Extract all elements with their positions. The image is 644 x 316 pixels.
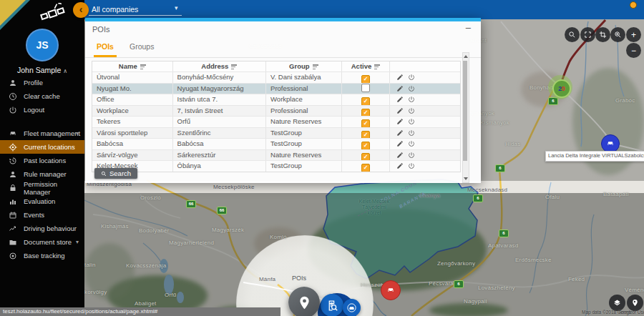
avatar[interactable]: JS (26, 29, 59, 61)
zoom-out-button[interactable]: − (626, 43, 641, 58)
sidebar-item-current-locations[interactable]: Current locations (0, 140, 84, 154)
edit-poi-button[interactable] (396, 85, 404, 92)
cell-actions (390, 128, 460, 139)
toggle-poi-button[interactable] (408, 152, 415, 159)
table-row[interactable]: OfficeIstván utca 7.Workplace✓ (92, 94, 460, 105)
table-row[interactable]: Kelet-MecsekÓbányaTestGroup✓ (92, 160, 460, 172)
sidebar-section-divider (0, 117, 84, 127)
user-name[interactable]: John Sample ∧ (0, 66, 84, 74)
cell-active: ✓ (342, 72, 391, 83)
header-address[interactable]: Address (173, 61, 266, 71)
toggle-poi-button[interactable] (408, 162, 415, 169)
edit-poi-button[interactable] (396, 129, 404, 137)
edit-poi-button[interactable] (396, 74, 404, 81)
sidebar-item-clear-cache[interactable]: Clear cache (0, 89, 84, 103)
poi-search-button[interactable] (321, 294, 343, 316)
zoom-in-button[interactable]: + (626, 27, 641, 42)
cell-group: Nature Reserves (266, 117, 342, 127)
toggle-poi-button[interactable] (408, 118, 415, 125)
active-checkbox[interactable]: ✓ (361, 131, 370, 139)
table-row[interactable]: Workplace7, István StreetProfessional✓ (92, 105, 460, 117)
active-checkbox[interactable]: ✓ (361, 153, 370, 161)
sidebar-item-events[interactable]: Events (0, 208, 84, 222)
chevron-down-icon: ▾ (76, 130, 79, 137)
active-checkbox[interactable] (361, 84, 370, 92)
search-button[interactable]: Search (94, 168, 137, 179)
toggle-poi-button[interactable] (408, 140, 415, 147)
sidebar-item-past-locations[interactable]: Past locations (0, 154, 84, 167)
sidebar-item-label: Profile (24, 79, 43, 87)
minimize-button[interactable]: – (466, 22, 471, 33)
vehicle-marker-red[interactable] (381, 280, 401, 300)
active-checkbox[interactable]: ✓ (361, 119, 370, 127)
edit-poi-button[interactable] (396, 152, 404, 159)
crop-select-button[interactable] (595, 27, 610, 42)
sidebar-item-rule-manager[interactable]: Rule manager (0, 167, 84, 181)
sidebar-item-label: Document store (24, 238, 72, 246)
edit-poi-button[interactable] (396, 140, 404, 147)
scroll-up-arrow[interactable] (464, 55, 468, 58)
map-place-label: Bátaapáti (603, 191, 629, 197)
cell-name: Workplace (92, 106, 173, 117)
sidebar-item-document-store[interactable]: Document store▾ (0, 235, 84, 249)
sort-icon (140, 64, 146, 69)
sidebar-item-evaluation[interactable]: Evaluation (0, 194, 84, 208)
sidebar-item-logout[interactable]: Logout (0, 103, 84, 117)
active-checkbox[interactable]: ✓ (361, 142, 370, 149)
header-group[interactable]: Group (266, 61, 342, 71)
edit-poi-button[interactable] (396, 96, 404, 103)
sidebar-item-base-tracking[interactable]: Base tracking (0, 249, 84, 262)
table-row[interactable]: Sárvíz-völgyeSárkeresztúrNature Reserves… (92, 149, 460, 161)
fullscreen-button[interactable] (580, 27, 595, 42)
map-place-label: Lovászhetény (478, 285, 515, 291)
toggle-poi-button[interactable] (408, 129, 415, 137)
edit-poi-button[interactable] (396, 162, 404, 169)
zoom-area-button[interactable] (610, 27, 625, 42)
dialog-scrollbar[interactable] (462, 52, 469, 183)
table-row[interactable]: BabócsaBabócsaTestGroup✓ (92, 138, 460, 149)
toggle-poi-button[interactable] (408, 107, 415, 114)
tab-pois[interactable]: POIs (94, 39, 117, 57)
active-checkbox[interactable]: ✓ (361, 109, 370, 117)
map-place-label: Kismányok (480, 119, 509, 126)
sidebar-item-permission-manager[interactable]: Permission Manager (0, 181, 84, 194)
toggle-poi-button[interactable] (408, 74, 415, 81)
cell-group: TestGroup (266, 139, 342, 149)
company-selector[interactable]: All companies (92, 5, 138, 14)
cell-name: Office (92, 94, 173, 105)
edit-poi-button[interactable] (396, 118, 404, 125)
tab-groups[interactable]: Groups (127, 39, 157, 55)
sidebar-item-profile[interactable]: Profile (0, 76, 84, 89)
collapse-panel-button[interactable]: ‹ (73, 2, 89, 18)
sidebar-item-label: Driving behaviour (24, 224, 77, 232)
chevron-down-icon[interactable]: ▾ (175, 4, 178, 11)
sidebar-item-fleet-management[interactable]: Fleet management▾ (0, 127, 84, 140)
layers-button[interactable] (609, 295, 625, 311)
table-row[interactable]: Városi sporttelepSzentlőrincTestGroup✓ (92, 127, 460, 139)
toggle-poi-button[interactable] (408, 85, 415, 92)
map-place-label: Magyarhertelend (169, 240, 214, 246)
trend-icon (9, 224, 17, 233)
table-row[interactable]: ÚtvonalBonyhád-MőcsényV. Dani szabálya✓ (92, 71, 460, 83)
power-icon (9, 106, 17, 114)
active-checkbox[interactable]: ✓ (361, 164, 370, 172)
table-row[interactable]: Nyugat Mo.Nyugat MagyarországProfessiona… (92, 83, 460, 94)
my-location-button[interactable] (627, 295, 643, 311)
search-map-button[interactable] (565, 27, 580, 42)
header-name[interactable]: Name (92, 61, 173, 71)
scroll-down-arrow[interactable] (464, 177, 468, 180)
company-selector-underline (89, 15, 182, 16)
poi-pin-button[interactable] (288, 287, 320, 316)
vehicle-cluster-marker[interactable]: 20 (552, 79, 571, 98)
terms-link[interactable]: Terms of Use (618, 310, 644, 315)
toggle-poi-button[interactable] (408, 96, 415, 103)
table-row[interactable]: TekeresOrfűNature Reserves✓ (92, 116, 460, 127)
active-checkbox[interactable]: ✓ (361, 75, 370, 83)
active-checkbox[interactable]: ✓ (361, 97, 370, 105)
search-icon (101, 171, 107, 177)
edit-poi-button[interactable] (396, 107, 404, 114)
vehicle-mode-button[interactable] (343, 299, 361, 316)
sidebar-item-driving-behaviour[interactable]: Driving behaviour (0, 222, 84, 235)
header-active[interactable]: Active (342, 61, 391, 71)
scrollbar-thumb[interactable] (463, 61, 467, 161)
